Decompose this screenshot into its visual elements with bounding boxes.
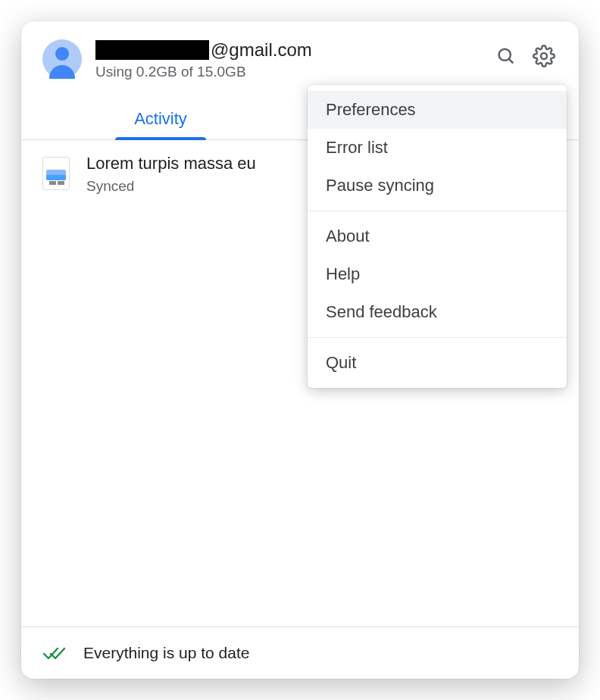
user-email: @gmail.com xyxy=(95,39,479,61)
menu-quit[interactable]: Quit xyxy=(308,344,567,382)
tab-activity[interactable]: Activity xyxy=(21,98,300,139)
svg-line-1 xyxy=(509,59,514,64)
menu-help[interactable]: Help xyxy=(308,255,567,293)
header: @gmail.com Using 0.2GB of 15.0GB xyxy=(21,21,579,80)
status-text: Everything is up to date xyxy=(83,644,249,662)
menu-divider xyxy=(308,211,567,211)
settings-menu: Preferences Error list Pause syncing Abo… xyxy=(308,85,567,388)
svg-point-2 xyxy=(541,53,547,59)
menu-about[interactable]: About xyxy=(308,217,567,255)
menu-pause-syncing[interactable]: Pause syncing xyxy=(308,167,567,205)
user-info: @gmail.com Using 0.2GB of 15.0GB xyxy=(95,39,479,80)
svg-point-0 xyxy=(499,49,511,61)
menu-preferences[interactable]: Preferences xyxy=(308,91,567,129)
settings-button[interactable] xyxy=(530,42,558,70)
status-bar: Everything is up to date xyxy=(21,627,579,679)
avatar[interactable] xyxy=(42,39,82,79)
email-domain: @gmail.com xyxy=(211,39,312,61)
search-icon xyxy=(495,45,517,67)
search-button[interactable] xyxy=(492,42,520,70)
menu-divider xyxy=(308,337,567,338)
double-check-icon xyxy=(42,644,67,662)
menu-error-list[interactable]: Error list xyxy=(308,129,567,167)
redacted-name xyxy=(95,40,209,60)
menu-send-feedback[interactable]: Send feedback xyxy=(308,293,567,331)
image-file-icon xyxy=(42,157,70,190)
header-actions xyxy=(492,42,558,70)
gear-icon xyxy=(533,45,555,67)
storage-usage: Using 0.2GB of 15.0GB xyxy=(95,64,479,80)
